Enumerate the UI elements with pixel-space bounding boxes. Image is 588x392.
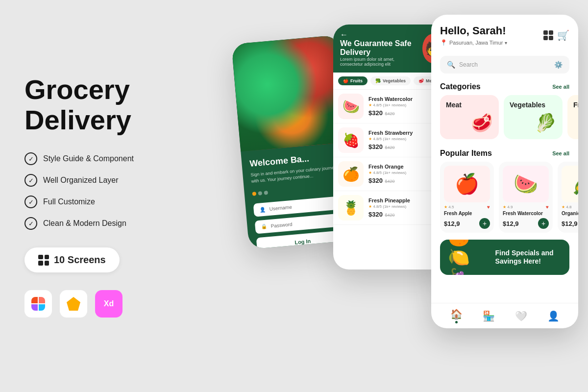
categories-row: Meat 🥩 Vegetables 🥬 Fruits 🍊	[431, 95, 578, 144]
sketch-icon	[60, 290, 87, 318]
cat-name-meat: Meat	[446, 101, 493, 109]
pop-name-1: Fresh Watercolor	[503, 211, 549, 216]
popular-see-all[interactable]: See all	[552, 150, 569, 156]
add-btn-0[interactable]: +	[479, 218, 490, 229]
figma-logo	[31, 297, 45, 311]
product-old-price-1: $420	[385, 145, 394, 150]
pop-price-row-0: $12,9 +	[444, 218, 490, 229]
search-icon: 🔍	[447, 61, 455, 69]
cart-icon[interactable]: 🛒	[557, 29, 569, 41]
back-arrow-icon[interactable]: ←	[340, 30, 417, 39]
pop-rating-1: ★ 4.9	[503, 205, 513, 209]
check-icon-3: ✓	[24, 196, 37, 208]
dot-2	[258, 191, 263, 196]
promo-text: Find Specials and Savings Here!	[495, 249, 562, 266]
apps-icon[interactable]	[543, 30, 553, 40]
main-title: Grocery Delivery	[24, 74, 172, 135]
right-header-icons: 🛒	[543, 29, 569, 41]
pop-price-row-2: $12,9 +	[562, 218, 578, 229]
product-price-1: $320	[368, 143, 383, 150]
search-placeholder: Search	[459, 61, 478, 68]
location-text: Pasuruan, Jawa Timur	[449, 40, 503, 46]
mid-header-title: We Guarantee Safe Delivery	[340, 39, 417, 57]
pop-rating-0: ★ 4.5	[444, 205, 454, 209]
promo-image: 🍊🍋🍇	[448, 240, 490, 275]
category-card-meat[interactable]: Meat 🥩	[440, 95, 499, 139]
product-price-2: $320	[368, 177, 383, 184]
product-img-strawberry: 🍓	[338, 127, 364, 153]
lock-icon: 🔒	[261, 224, 267, 230]
popular-card-2[interactable]: 🌽 ★ 4.8 ♥ Organic C... $12,9 +	[558, 162, 578, 233]
nav-wishlist[interactable]: 🤍	[515, 310, 527, 322]
nav-store[interactable]: 🏪	[483, 310, 495, 322]
categories-see-all[interactable]: See all	[552, 84, 569, 90]
product-old-price-0: $420	[385, 111, 394, 116]
mid-header-content: We Guarantee Safe Delivery Lorem ipsum d…	[340, 39, 417, 67]
feature-item-1: ✓ Style Guide & Component	[24, 152, 172, 165]
cat-img-meat: 🥩	[446, 113, 493, 133]
filter-icon[interactable]: ⚙️	[554, 61, 563, 69]
pop-price-2: $12,9	[562, 220, 578, 227]
veggie-display	[231, 35, 348, 151]
popular-img-apple: 🍎	[444, 166, 490, 202]
categories-title: Categories	[440, 82, 481, 91]
screens-badge: 10 Screens	[24, 247, 120, 272]
popular-card-1[interactable]: 🍉 ★ 4.9 ♥ Fresh Watercolor $12,9 +	[499, 162, 553, 233]
cat-tab-fruits[interactable]: 🍎 Fruits	[338, 76, 368, 85]
popular-img-watermelon: 🍉	[503, 166, 549, 202]
feature-item-3: ✓ Full Customize	[24, 196, 172, 208]
add-btn-1[interactable]: +	[538, 218, 549, 229]
sketch-logo	[67, 297, 80, 311]
pop-rating-row-2: ★ 4.8 ♥	[562, 204, 578, 210]
dot-3	[264, 191, 268, 195]
check-icon-4: ✓	[24, 217, 37, 230]
dots-row	[252, 184, 344, 196]
nav-home-dot	[455, 321, 458, 323]
pop-name-2: Organic C...	[562, 211, 578, 216]
product-img-orange: 🍊	[338, 161, 364, 187]
product-price-3: $320	[368, 211, 383, 218]
popular-row: 🍎 ★ 4.5 ♥ Fresh Apple $12,9 + 🍉 ★ 4.9 ♥ …	[431, 162, 578, 238]
tool-icons-row: Xd	[24, 290, 172, 318]
feature-item-2: ✓ Well Organized Layer	[24, 174, 172, 187]
popular-card-0[interactable]: 🍎 ★ 4.5 ♥ Fresh Apple $12,9 +	[440, 162, 494, 233]
nav-profile[interactable]: 👤	[547, 310, 560, 322]
pop-rating-row-0: ★ 4.5 ♥	[444, 204, 490, 210]
popular-title: Popular Items	[440, 149, 492, 158]
xd-icon: Xd	[95, 290, 122, 318]
promo-banner[interactable]: 🍊🍋🍇 Find Specials and Savings Here!	[440, 240, 569, 275]
chevron-down-icon: ▾	[505, 40, 507, 46]
cat-tab-vegetables[interactable]: 🥦 Vegetables	[370, 76, 411, 85]
check-icon-2: ✓	[24, 174, 37, 187]
nav-home[interactable]: 🏠	[450, 308, 463, 323]
bottom-nav: 🏠 🏪 🤍 👤	[431, 303, 578, 328]
product-price-0: $320	[368, 109, 383, 117]
product-img-pineapple: 🍍	[338, 195, 364, 220]
category-card-vegetables[interactable]: Vegetables 🥬	[504, 95, 563, 139]
phone-right: Hello, Sarah! 📍 Pasuruan, Jawa Timur ▾ 🛒…	[431, 15, 578, 328]
heart-icon-0: ♥	[487, 204, 490, 210]
grid-icon	[38, 255, 49, 266]
right-header: Hello, Sarah! 📍 Pasuruan, Jawa Timur ▾ 🛒	[431, 15, 578, 52]
check-icon-1: ✓	[24, 152, 37, 165]
figma-icon	[24, 290, 52, 318]
grocery-image	[231, 35, 348, 151]
heart-icon-1: ♥	[546, 204, 549, 210]
search-bar[interactable]: 🔍 Search ⚙️	[440, 56, 569, 74]
user-icon: 👤	[259, 207, 266, 213]
location-row: 📍 Pasuruan, Jawa Timur ▾	[440, 39, 507, 46]
location-pin-icon: 📍	[440, 39, 447, 46]
popular-img-corn: 🌽	[562, 166, 578, 202]
category-card-fruit[interactable]: Fruits 🍊	[567, 95, 578, 139]
pop-name-0: Fresh Apple	[444, 211, 490, 216]
pop-price-1: $12,9	[503, 220, 519, 227]
pop-price-row-1: $12,9 +	[503, 218, 549, 229]
cat-name-veg: Vegetables	[510, 101, 557, 109]
right-header-left: Hello, Sarah! 📍 Pasuruan, Jawa Timur ▾	[440, 24, 507, 46]
cat-img-veg: 🥬	[510, 113, 557, 133]
product-img-watermelon: 🍉	[338, 94, 364, 119]
categories-section-header: Categories See all	[431, 77, 578, 95]
left-panel: Grocery Delivery ✓ Style Guide & Compone…	[0, 55, 191, 337]
product-old-price-2: $420	[385, 179, 394, 184]
phones-container: Welcome Ba... Sign in and embark on your…	[191, 0, 588, 392]
